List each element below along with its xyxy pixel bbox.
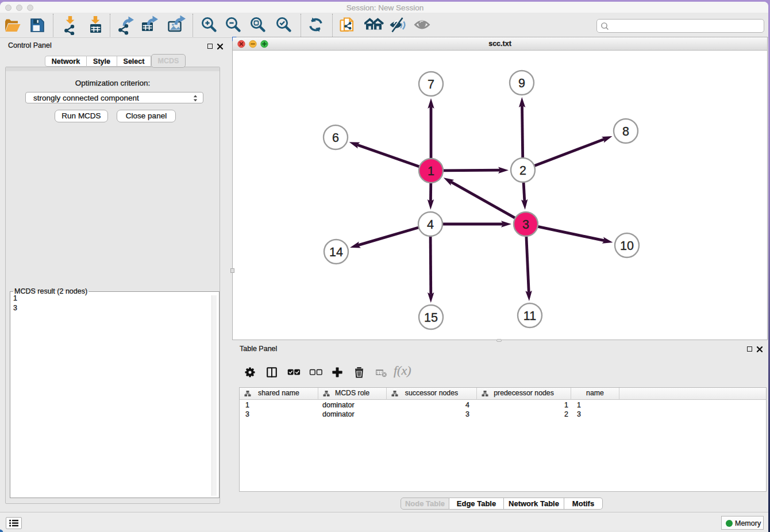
svg-text:8: 8 [622,125,629,138]
svg-text:6: 6 [332,131,339,145]
svg-text:3: 3 [522,218,529,232]
svg-text:2: 2 [519,164,526,178]
svg-text:15: 15 [424,311,438,325]
svg-text:14: 14 [329,245,343,259]
svg-text:4: 4 [427,218,434,232]
svg-text:7: 7 [428,78,434,91]
svg-text:10: 10 [620,239,634,253]
svg-text:11: 11 [523,309,536,323]
svg-text:1: 1 [428,164,434,178]
svg-text:9: 9 [518,76,525,90]
